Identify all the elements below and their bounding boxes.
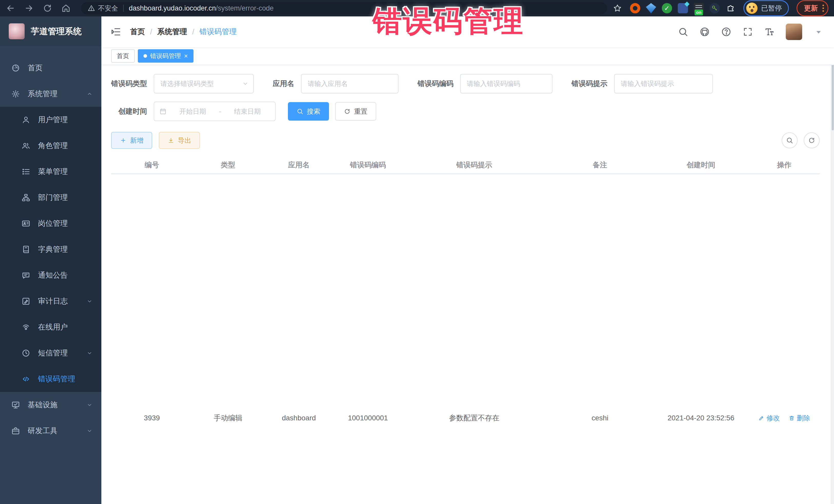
sidebar-menu: 首页系统管理用户管理角色管理菜单管理部门管理岗位管理字典管理通知公告审计日志在线… <box>0 46 101 504</box>
help-icon[interactable] <box>721 27 731 37</box>
extension-orange-ring-icon[interactable] <box>630 3 640 13</box>
sidebar-item-audit-log[interactable]: 审计日志 <box>0 288 101 314</box>
bookmark-star-icon[interactable] <box>613 4 622 13</box>
chevron-down-icon <box>86 428 93 434</box>
edit-link-label: 修改 <box>767 413 780 423</box>
filter-hint-input[interactable] <box>614 74 713 93</box>
trash-icon <box>789 415 795 421</box>
app-title: 芋道管理系统 <box>31 26 82 37</box>
font-size-icon[interactable] <box>764 27 774 37</box>
sidebar-logo[interactable]: 芋道管理系统 <box>0 17 101 46</box>
fullscreen-icon[interactable] <box>743 27 753 37</box>
extension-blue-puzzle-icon[interactable] <box>678 3 688 13</box>
page-scrollbar[interactable] <box>831 17 834 504</box>
sidebar-item-gear[interactable]: 系统管理 <box>0 81 101 107</box>
breadcrumb-item[interactable]: 系统管理 <box>157 27 187 37</box>
filter-row-2: 创建时间 开始日期 - 结束日期 搜索 重置 <box>111 102 820 121</box>
delete-link[interactable]: 删除 <box>789 413 810 423</box>
sidebar-collapse-icon[interactable] <box>111 26 122 37</box>
users-icon <box>22 141 30 150</box>
sidebar-item-dev-tools[interactable]: 研发工具 <box>0 418 101 444</box>
sidebar-item-label: 错误码管理 <box>38 374 75 384</box>
extensions-puzzle-icon[interactable] <box>725 3 736 13</box>
add-button[interactable]: 新增 <box>111 132 152 149</box>
browser-profile-button[interactable]: 已暂停 <box>743 0 789 16</box>
extension-blue-gem-icon[interactable] <box>646 3 656 13</box>
column-header: 应用名 <box>264 160 334 170</box>
refresh-table-icon[interactable] <box>804 132 820 148</box>
sidebar-item-error-code[interactable]: 错误码管理 <box>0 366 101 392</box>
sidebar-item-sms[interactable]: 短信管理 <box>0 340 101 366</box>
column-header: 错误码编码 <box>334 160 402 170</box>
sidebar-item-label: 短信管理 <box>38 348 68 358</box>
sidebar-item-dictionary[interactable]: 字典管理 <box>0 236 101 262</box>
security-label: 不安全 <box>98 4 118 13</box>
delete-link-label: 删除 <box>797 413 810 423</box>
filter-hint: 错误码提示 <box>571 74 713 93</box>
filter-app-input[interactable] <box>301 74 398 93</box>
chevron-down-icon <box>86 402 93 408</box>
tag-item[interactable]: 首页 <box>111 49 135 63</box>
browser-home-icon[interactable] <box>61 3 71 13</box>
plus-icon <box>120 137 127 144</box>
calendar-icon <box>159 108 167 115</box>
show-search-icon[interactable] <box>782 132 797 148</box>
search-button[interactable]: 搜索 <box>288 102 329 120</box>
filter-type-input[interactable] <box>154 74 254 93</box>
navbar-actions <box>678 24 824 40</box>
sidebar-item-user[interactable]: 用户管理 <box>0 107 101 133</box>
avatar-caret-down-icon[interactable] <box>813 27 824 37</box>
table-toolbar: 新增 导出 <box>111 132 820 149</box>
date-end-placeholder: 结束日期 <box>225 107 270 116</box>
sidebar-item-users[interactable]: 角色管理 <box>0 133 101 159</box>
github-icon[interactable] <box>700 27 710 37</box>
logo-image <box>9 23 25 39</box>
sidebar-item-label: 部门管理 <box>38 193 68 203</box>
breadcrumb-item[interactable]: 错误码管理 <box>199 27 237 37</box>
filter-code: 错误码编码 <box>418 74 552 93</box>
edit-link[interactable]: 修改 <box>758 413 780 423</box>
sidebar-item-id-card[interactable]: 岗位管理 <box>0 211 101 236</box>
header-search-icon[interactable] <box>678 27 688 37</box>
address-bar[interactable]: 不安全 dashboard.yudao.iocoder.cn /system/e… <box>81 2 607 14</box>
filter-code-input[interactable] <box>460 74 552 93</box>
browser-forward-icon[interactable] <box>24 3 34 13</box>
tag-active[interactable]: 错误码管理× <box>138 49 194 63</box>
breadcrumb: 首页/系统管理/错误码管理 <box>130 27 237 37</box>
browser-reload-icon[interactable] <box>43 3 52 13</box>
sidebar-item-announcement[interactable]: 通知公告 <box>0 262 101 288</box>
user-avatar[interactable] <box>786 24 802 40</box>
menu-list-icon <box>22 167 30 176</box>
extension-dark-icon[interactable]: on <box>694 3 704 13</box>
sidebar-item-label: 字典管理 <box>38 244 68 255</box>
browser-update-button[interactable]: 更新 <box>796 0 828 16</box>
table-head: 编号类型应用名错误码编码错误码提示备注创建时间操作 <box>111 156 820 174</box>
cell-code: 1001000001 <box>334 174 402 504</box>
date-range-picker[interactable]: 开始日期 - 结束日期 <box>154 102 276 121</box>
error-code-icon <box>22 375 30 384</box>
online-user-icon <box>22 323 30 332</box>
url-host: dashboard.yudao.iocoder.cn <box>129 4 216 12</box>
sidebar-item-org-tree[interactable]: 部门管理 <box>0 184 101 211</box>
reset-button[interactable]: 重置 <box>335 102 376 120</box>
filter-type-select[interactable] <box>154 74 254 93</box>
search-icon <box>297 108 303 115</box>
browser-back-icon[interactable] <box>6 3 15 13</box>
profile-avatar <box>746 3 758 14</box>
export-button[interactable]: 导出 <box>159 132 200 149</box>
url-divider <box>123 5 124 12</box>
extension-green-check-icon[interactable]: ✓ <box>662 3 672 13</box>
sidebar-item-infrastructure[interactable]: 基础设施 <box>0 392 101 418</box>
chevron-up-icon <box>86 91 93 97</box>
column-header: 创建时间 <box>653 160 749 170</box>
reset-button-label: 重置 <box>354 107 368 116</box>
filter-created-label: 创建时间 <box>111 107 147 116</box>
tag-close-icon[interactable]: × <box>184 52 188 59</box>
sidebar-item-dashboard[interactable]: 首页 <box>0 55 101 81</box>
sidebar-item-menu-list[interactable]: 菜单管理 <box>0 159 101 184</box>
audit-log-icon <box>22 297 30 306</box>
breadcrumb-item[interactable]: 首页 <box>130 27 145 37</box>
sidebar-item-online-user[interactable]: 在线用户 <box>0 314 101 340</box>
browser-menu-dots-icon[interactable] <box>822 5 824 12</box>
extension-key-icon[interactable] <box>709 3 720 13</box>
